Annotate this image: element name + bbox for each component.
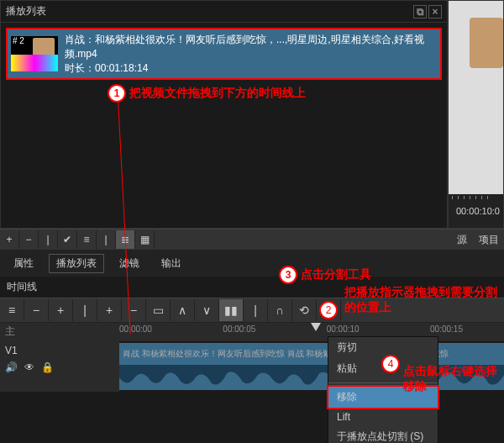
timeline-toolbar: | ▭ | ⟲ — [0, 298, 504, 323]
tab-row: 属性 播放列表 滤镜 输出 — [0, 251, 504, 277]
playlist-item-duration: 时长：00:01:18:14 — [65, 61, 437, 76]
divider: | — [97, 230, 116, 249]
tab-export[interactable]: 输出 — [155, 255, 188, 272]
track-head[interactable]: V1 — [0, 341, 119, 392]
tl-remove-button[interactable] — [24, 299, 49, 321]
float-icon[interactable] — [413, 5, 427, 18]
split-button[interactable] — [219, 299, 244, 321]
tab-playlist[interactable]: 播放列表 — [49, 254, 104, 273]
ctx-lift[interactable]: Lift — [328, 408, 438, 426]
overwrite-button[interactable]: ▭ — [146, 299, 171, 321]
project-tab[interactable]: 项目 — [479, 233, 499, 247]
playlist-item[interactable]: # 2 肖战：和杨紫相处很欢乐！网友听后感到吃惊，...,明星周边,明星相关综合… — [6, 28, 442, 80]
mute-icon[interactable] — [5, 361, 18, 373]
remove-button[interactable] — [19, 230, 39, 249]
divider: | — [73, 299, 97, 321]
snap-button[interactable] — [268, 299, 292, 321]
playlist-title: 播放列表 — [6, 4, 46, 18]
timeline-ruler[interactable]: 00:00:00 00:00:05 00:00:10 00:00:15 — [119, 323, 504, 341]
playlist-panel: 播放列表 # 2 肖战：和杨紫相处很欢乐！网友听后感到吃惊，...,明星周边,明… — [0, 0, 448, 229]
hide-icon[interactable] — [24, 361, 34, 373]
playlist-item-title: 肖战：和杨紫相处很欢乐！网友听后感到吃惊，...,明星周边,明星相关综合,好看视… — [65, 33, 437, 61]
context-menu: 剪切 粘贴 移除 Lift 于播放点处切割 (S) — [328, 336, 438, 443]
lift-button[interactable] — [171, 299, 195, 321]
tab-filter[interactable]: 滤镜 — [113, 255, 146, 272]
delete-button[interactable] — [122, 299, 146, 321]
divider: | — [244, 299, 268, 321]
main-label: 主 — [0, 323, 119, 341]
mid-toolbar: | | 源 项目 — [0, 229, 504, 251]
preview-timecode: 00:00:10:0 — [456, 206, 500, 216]
close-icon[interactable] — [428, 5, 442, 18]
playhead-icon[interactable] — [311, 323, 321, 331]
menu-button[interactable] — [0, 299, 24, 321]
ctx-split[interactable]: 于播放点处切割 (S) — [328, 426, 438, 443]
playlist-header: 播放列表 — [1, 1, 447, 23]
playlist-thumbnail: # 2 — [11, 36, 58, 71]
view-grid-button[interactable] — [135, 230, 155, 249]
divider: | — [39, 230, 58, 249]
check-button[interactable] — [58, 230, 77, 249]
ctx-remove[interactable]: 移除 — [327, 385, 439, 409]
add-button[interactable] — [0, 230, 19, 249]
lock-icon[interactable] — [41, 361, 54, 373]
source-tab[interactable]: 源 — [457, 233, 467, 247]
tab-attributes[interactable]: 属性 — [7, 255, 40, 272]
append-button[interactable] — [97, 299, 122, 321]
list-button[interactable] — [77, 230, 97, 249]
preview-frame[interactable] — [449, 1, 503, 194]
timeline-title: 时间线 — [0, 277, 504, 298]
tl-add-button[interactable] — [49, 299, 73, 321]
preview-panel: 00:00:10:0 — [448, 0, 504, 229]
insert-button[interactable] — [195, 299, 219, 321]
scrub-button[interactable]: ⟲ — [292, 299, 317, 321]
video-clip[interactable]: 肖战 和杨紫相处很欢乐！网友听后感到吃惊 肖战 和杨紫相处很欢乐！网友听后感到吃… — [119, 343, 504, 365]
audio-waveform[interactable] — [119, 365, 504, 390]
